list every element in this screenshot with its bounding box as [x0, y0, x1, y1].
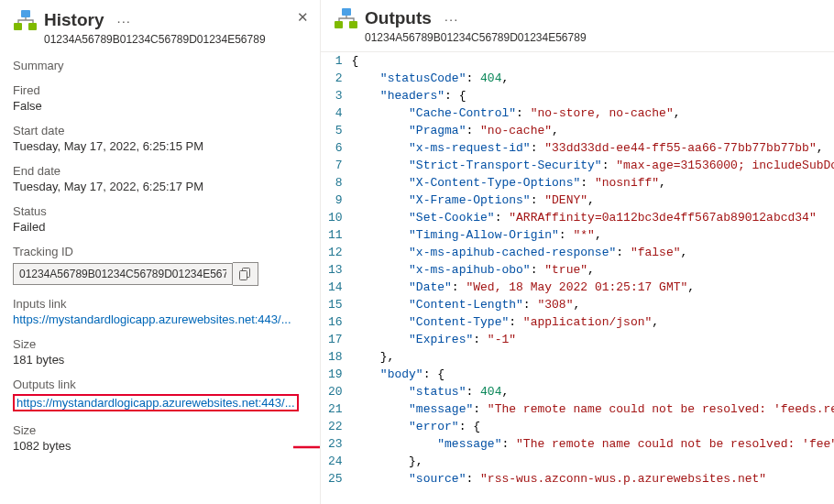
start-date-label: Start date — [13, 124, 307, 137]
svg-rect-2 — [28, 23, 37, 30]
fired-label: Fired — [13, 83, 307, 97]
svg-rect-8 — [335, 21, 343, 28]
svg-rect-9 — [349, 21, 357, 28]
start-date-value: Tuesday, May 17, 2022, 6:25:15 PM — [13, 139, 307, 153]
tracking-id-row — [13, 262, 307, 286]
tracking-id-input[interactable] — [13, 263, 233, 285]
outputs-link-highlight: https://mystandardlogicapp.azurewebsites… — [13, 394, 299, 411]
history-pane: History ··· ✕ 01234A56789B01234C56789D01… — [0, 0, 321, 504]
outputs-pane: Outputs ··· 01234A56789B01234C56789D0123… — [321, 0, 834, 504]
svg-rect-4 — [240, 271, 247, 280]
inputs-size-value: 181 bytes — [13, 353, 307, 367]
history-more-menu[interactable]: ··· — [113, 13, 135, 28]
editor-code[interactable]: { "statusCode": 404, "headers": { "Cache… — [352, 52, 834, 504]
svg-rect-1 — [14, 23, 22, 30]
outputs-run-id: 01234A56789B01234C56789D01234E56789 — [365, 31, 821, 44]
end-date-label: End date — [13, 164, 307, 178]
logicapp-icon — [13, 9, 38, 31]
outputs-size-label: Size — [13, 423, 307, 437]
svg-rect-7 — [342, 8, 351, 16]
outputs-link-label: Outputs link — [13, 378, 307, 391]
copy-button[interactable] — [233, 262, 258, 286]
history-title: History — [44, 10, 104, 30]
outputs-header: Outputs ··· — [334, 7, 821, 29]
summary-label: Summary — [13, 59, 307, 72]
outputs-title: Outputs — [365, 8, 432, 28]
status-label: Status — [13, 204, 307, 218]
copy-icon — [239, 268, 251, 280]
tracking-id-label: Tracking ID — [13, 245, 307, 258]
close-icon[interactable]: ✕ — [297, 9, 309, 26]
fired-value: False — [13, 99, 307, 113]
history-run-id: 01234A56789B01234C56789D01234E56789 — [44, 33, 307, 46]
outputs-more-menu[interactable]: ··· — [441, 11, 463, 27]
svg-rect-0 — [21, 10, 30, 17]
inputs-link[interactable]: https://mystandardlogicapp.azurewebsites… — [13, 312, 306, 326]
inputs-link-label: Inputs link — [13, 297, 307, 311]
inputs-size-label: Size — [13, 337, 307, 351]
json-editor[interactable]: 1234567891011121314151617181920212223242… — [321, 51, 834, 504]
end-date-value: Tuesday, May 17, 2022, 6:25:17 PM — [13, 180, 307, 193]
logicapp-icon — [334, 7, 359, 29]
outputs-link[interactable]: https://mystandardlogicapp.azurewebsites… — [16, 396, 295, 410]
status-value: Failed — [13, 220, 307, 234]
history-header: History ··· ✕ — [13, 9, 307, 31]
editor-gutter: 1234567891011121314151617181920212223242… — [321, 52, 352, 504]
outputs-size-value: 1082 bytes — [13, 439, 307, 453]
